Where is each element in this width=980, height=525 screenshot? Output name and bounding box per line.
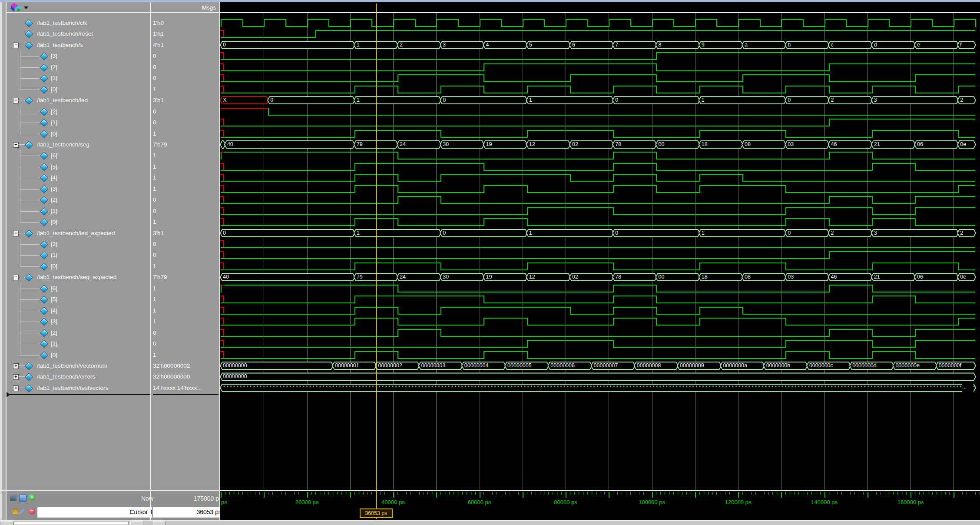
signal-row[interactable]: −/lab1_testbench/seg <box>7 139 150 150</box>
signal-row[interactable]: [6] <box>7 283 150 294</box>
wrench-icon[interactable] <box>19 508 25 515</box>
signal-row[interactable]: [5] <box>7 294 150 305</box>
signal-row[interactable]: [1] <box>7 249 150 260</box>
signal-row[interactable]: +/lab1_testbench/errors <box>7 371 150 382</box>
expand-toggle[interactable]: − <box>13 231 19 236</box>
signal-row[interactable]: [0] <box>7 128 150 139</box>
expand-toggle[interactable]: + <box>13 363 19 369</box>
signal-name[interactable]: /lab1_testbench/errors <box>37 371 150 382</box>
waveform-panel[interactable]: 0123456789abcdefX01010102324079243019120… <box>220 13 980 490</box>
signal-name[interactable]: /lab1_testbench/led <box>37 95 150 106</box>
cursor-time-badge[interactable]: 36053 ps <box>360 508 393 518</box>
signal-name[interactable]: [6] <box>51 283 150 294</box>
signal-name[interactable]: /lab1_testbench/seg_expected <box>37 272 150 282</box>
expand-toggle[interactable]: − <box>13 275 19 280</box>
signal-name[interactable]: /lab1_testbench/seg <box>37 139 150 150</box>
signal-row[interactable]: [0] <box>7 84 150 95</box>
signal-row[interactable]: [2] <box>7 239 150 249</box>
signal-values-panel[interactable]: 1'h01'h14'h100013'h10017'h7911110013'h10… <box>151 13 219 492</box>
wave-segment <box>220 285 224 286</box>
cursor-1-line[interactable] <box>376 3 377 519</box>
signal-row[interactable]: [2] <box>7 194 150 205</box>
signal-row[interactable]: [1] <box>7 73 150 83</box>
signal-row[interactable]: [1] <box>7 117 150 128</box>
signal-name[interactable]: [3] <box>51 50 150 61</box>
signal-name[interactable]: [0] <box>51 349 150 360</box>
signal-name[interactable]: [2] <box>51 194 150 205</box>
signal-name[interactable]: [3] <box>51 183 150 194</box>
signal-name[interactable]: [4] <box>51 172 150 183</box>
signal-row[interactable]: [6] <box>7 150 150 161</box>
signal-name[interactable]: /lab1_testbench/testvectors <box>37 382 150 393</box>
signal-row[interactable]: [1] <box>7 338 150 349</box>
expand-toggle[interactable]: + <box>13 374 19 380</box>
signal-row[interactable]: [2] <box>7 106 150 117</box>
signal-name[interactable]: [1] <box>51 338 150 349</box>
signal-name[interactable]: [5] <box>51 161 150 172</box>
signal-row[interactable]: [3] <box>7 50 150 61</box>
signal-name[interactable]: /lab1_testbench/reset <box>37 28 150 39</box>
signal-row[interactable]: [2] <box>7 62 150 73</box>
cursor-name-field[interactable]: Cursor 1 <box>37 507 156 518</box>
signal-name[interactable]: [1] <box>51 117 150 128</box>
signal-row[interactable]: [3] <box>7 183 150 194</box>
signal-name[interactable]: [2] <box>51 62 150 73</box>
signal-row[interactable]: /lab1_testbench/reset <box>7 28 150 39</box>
horizontal-scrollbar[interactable] <box>0 521 980 525</box>
signal-row[interactable]: [0] <box>7 349 150 360</box>
add-cursor-icon[interactable]: + <box>29 494 35 501</box>
signal-row[interactable]: [4] <box>7 172 150 183</box>
signal-name[interactable]: /lab1_testbench/vectornum <box>37 360 150 371</box>
names-values-splitter[interactable] <box>150 2 151 520</box>
signal-row[interactable]: −/lab1_testbench/led <box>7 95 150 106</box>
timeline-tick <box>660 492 661 495</box>
signal-row[interactable]: +/lab1_testbench/testvectors <box>7 382 150 393</box>
signal-name[interactable]: /lab1_testbench/clk <box>37 17 150 28</box>
chevron-down-icon[interactable] <box>24 7 28 9</box>
signal-row[interactable]: [2] <box>7 327 150 338</box>
wave-window-icon[interactable] <box>10 3 22 12</box>
signal-row[interactable]: −/lab1_testbench/led_expected <box>7 228 150 239</box>
signal-names-panel[interactable]: /lab1_testbench/clk/lab1_testbench/reset… <box>7 13 150 492</box>
timeline-ruler[interactable]: ps20000 ps40000 ps60000 ps80000 ps100000… <box>220 491 980 520</box>
signal-name[interactable]: [4] <box>51 305 150 316</box>
signal-row[interactable]: [4] <box>7 305 150 316</box>
insert-bar-icon[interactable] <box>10 495 17 501</box>
signal-name[interactable]: [0] <box>51 216 150 227</box>
signal-name[interactable]: [6] <box>51 150 150 161</box>
signal-row[interactable]: [3] <box>7 316 150 327</box>
signal-row[interactable]: −/lab1_testbench/seg_expected <box>7 272 150 282</box>
signal-name[interactable]: [3] <box>51 316 150 327</box>
scrollbar-track[interactable] <box>14 521 129 525</box>
signal-row[interactable]: [0] <box>7 261 150 272</box>
expand-toggle[interactable]: − <box>13 142 19 148</box>
signal-name[interactable]: [1] <box>51 73 150 83</box>
scroll-left-button[interactable] <box>1 521 14 525</box>
expand-toggle[interactable]: − <box>13 98 19 103</box>
remove-cursor-icon[interactable]: − <box>29 508 35 515</box>
signal-name[interactable]: [0] <box>51 128 150 139</box>
message-bar-icon[interactable] <box>19 495 26 502</box>
signal-row[interactable]: [0] <box>7 216 150 227</box>
signal-row[interactable]: −/lab1_testbench/s <box>7 40 150 50</box>
values-wave-splitter[interactable] <box>219 2 220 520</box>
signal-name[interactable]: /lab1_testbench/s <box>37 40 150 50</box>
signal-row[interactable]: [5] <box>7 161 150 172</box>
scroll-right-button[interactable] <box>130 521 143 525</box>
signal-name[interactable]: [5] <box>51 294 150 305</box>
expand-toggle[interactable]: + <box>13 385 19 391</box>
signal-row[interactable]: /lab1_testbench/clk <box>7 17 150 28</box>
signal-name[interactable]: [1] <box>51 249 150 260</box>
signal-name[interactable]: [2] <box>51 327 150 338</box>
wave-scroll-left-button[interactable] <box>153 521 166 525</box>
signal-name[interactable]: [0] <box>51 261 150 272</box>
signal-name[interactable]: [2] <box>51 106 150 117</box>
signal-row[interactable]: [1] <box>7 206 150 216</box>
signal-name[interactable]: [1] <box>51 206 150 216</box>
expand-toggle[interactable]: − <box>13 43 19 48</box>
signal-name[interactable]: /lab1_testbench/led_expected <box>37 228 150 239</box>
signal-row[interactable]: +/lab1_testbench/vectornum <box>7 360 150 371</box>
cursor-value-field[interactable]: 36053 ps <box>152 507 219 518</box>
signal-name[interactable]: [0] <box>51 84 150 95</box>
signal-name[interactable]: [2] <box>51 239 150 249</box>
